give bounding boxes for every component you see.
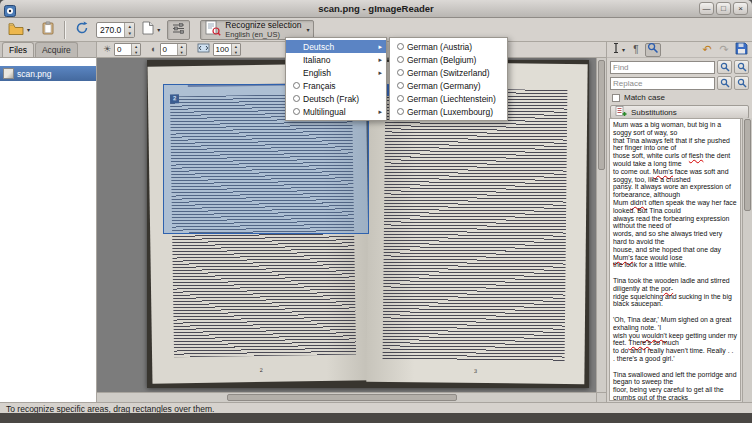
menu-item-deutsch-frak[interactable]: Deutsch (Frak) [286, 92, 386, 105]
close-button[interactable]: × [733, 2, 748, 15]
redo-button[interactable]: ↷ [716, 43, 732, 57]
menu-item-label: German (Belgium) [407, 55, 499, 65]
open-button[interactable]: ▾ [3, 20, 35, 40]
titlebar[interactable]: scan.png - gImageReader — □ × [0, 0, 752, 18]
menu-item-german-austria[interactable]: German (Austria) [390, 40, 507, 53]
spin-up-icon[interactable]: ▴ [125, 23, 134, 30]
dropdown-arrow-icon: ▾ [622, 46, 625, 53]
window-bottom-strip [0, 413, 752, 423]
page-number: 3 [366, 367, 584, 375]
match-case-checkbox[interactable] [612, 94, 620, 102]
save-output-button[interactable] [733, 43, 750, 57]
menu-item-german-switzerland[interactable]: German (Switzerland) [390, 66, 507, 79]
menu-item-german-belgium[interactable]: German (Belgium) [390, 53, 507, 66]
rotation-spinbox[interactable]: 270.0 ▴ ▾ [96, 22, 135, 38]
replace-input[interactable] [610, 77, 715, 90]
menu-item-gutter [290, 82, 303, 89]
window-controls: — □ × [699, 2, 748, 15]
file-list[interactable]: scan.png [0, 58, 96, 402]
language-submenu[interactable]: German (Austria)German (Belgium)German (… [389, 37, 508, 121]
language-menu[interactable]: Deutsch▸Italiano▸English▸FrançaisDeutsch… [285, 37, 387, 121]
menu-item-german-liechtenstein[interactable]: German (Liechtenstein) [390, 92, 507, 105]
match-case-row: Match case [610, 92, 749, 103]
replace-button[interactable] [717, 76, 732, 90]
contrast-steppers[interactable]: ▴▾ [177, 44, 186, 55]
ocr-text[interactable]: Mum was a big woman, but big in a soggy … [609, 118, 741, 401]
menu-item-italiano[interactable]: Italiano▸ [286, 53, 386, 66]
scrollbar-thumb[interactable] [598, 60, 605, 170]
search-icon [720, 60, 730, 75]
canvas-vscrollbar[interactable] [596, 58, 606, 392]
rotate-icon [75, 21, 89, 38]
menu-item-english[interactable]: English▸ [286, 66, 386, 79]
menu-item-label: German (Liechtenstein) [407, 94, 499, 104]
find-replace-panel: Match case Substitutions [607, 58, 752, 121]
menu-item-fran-ais[interactable]: Français [286, 79, 386, 92]
ocr-output-area: Mum was a big woman, but big in a soggy … [607, 118, 752, 402]
insert-mode-button[interactable]: ▾ [609, 43, 627, 57]
menu-item-german-luxembourg[interactable]: German (Luxembourg) [390, 105, 507, 118]
undo-button[interactable]: ↶ [699, 43, 715, 57]
radio-icon [397, 82, 404, 89]
contrast-icon: ◐ [151, 45, 156, 54]
paste-button[interactable] [37, 20, 59, 40]
find-prev-button[interactable] [717, 60, 732, 74]
brightness-value: 0 [115, 44, 131, 55]
brightness-spinbox[interactable]: 0 ▴▾ [114, 43, 141, 56]
misspelled-word: wouldn't [642, 332, 667, 339]
menu-item-deutsch[interactable]: Deutsch▸ [286, 40, 386, 53]
recognize-language: English (en_US) [225, 31, 280, 39]
menu-item-gutter [394, 43, 407, 50]
menu-item-label: German (Luxembourg) [407, 107, 499, 117]
find-replace-toggle[interactable] [645, 43, 661, 57]
canvas-hscrollbar[interactable] [97, 392, 596, 402]
menu-item-gutter [290, 108, 303, 115]
ocr-icon [205, 20, 221, 39]
substitutions-icon [615, 105, 627, 119]
scrollbar-thumb[interactable] [227, 394, 457, 401]
tab-files[interactable]: Files [2, 42, 34, 57]
find-row [610, 60, 749, 74]
rotate-button[interactable] [70, 20, 94, 40]
radio-icon [397, 56, 404, 63]
brightness-steppers[interactable]: ▴▾ [131, 44, 140, 55]
menu-item-multilingual[interactable]: Multilingual▸ [286, 105, 386, 118]
replace-all-button[interactable] [734, 76, 749, 90]
rotation-steppers[interactable]: ▴ ▾ [124, 23, 134, 37]
spin-down-icon[interactable]: ▾ [132, 50, 140, 56]
tab-acquire[interactable]: Acquire [35, 42, 78, 57]
scrollbar-thumb[interactable] [744, 119, 751, 211]
misspelled-word: There's [628, 339, 651, 346]
image-controls-toggle[interactable] [167, 20, 190, 40]
resolution-spinbox[interactable]: 100 ▴▾ [213, 43, 241, 56]
radio-icon [397, 69, 404, 76]
substitutions-button[interactable]: Substitutions [610, 105, 749, 119]
window-title: scan.png - gImageReader [0, 3, 752, 14]
strip-linebreaks-button[interactable]: ¶ [628, 43, 644, 57]
find-input[interactable] [610, 61, 715, 74]
spin-down-icon[interactable]: ▾ [232, 50, 240, 56]
resolution-steppers[interactable]: ▴▾ [231, 44, 240, 55]
spin-down-icon[interactable]: ▾ [125, 30, 134, 37]
menu-item-gutter [394, 82, 407, 89]
radio-icon [397, 43, 404, 50]
find-next-button[interactable] [734, 60, 749, 74]
output-vscrollbar[interactable] [742, 118, 752, 402]
dropdown-arrow-icon: ▾ [306, 26, 309, 33]
statusbar: To recognize specific areas, drag rectan… [0, 402, 752, 413]
dropdown-arrow-icon: ▾ [157, 26, 160, 33]
paragraph-icon: ¶ [633, 45, 638, 55]
minimize-button[interactable]: — [699, 2, 714, 15]
menu-item-german-germany[interactable]: German (Germany) [390, 79, 507, 92]
radio-icon [397, 108, 404, 115]
search-icon [720, 76, 730, 91]
page-button[interactable]: ▾ [137, 20, 165, 40]
output-toolbar: ▾ ¶ ↶ ↷ [607, 42, 752, 58]
maximize-button[interactable]: □ [716, 2, 731, 15]
files-panel: Files Acquire scan.png [0, 42, 97, 402]
file-row[interactable]: scan.png [0, 66, 96, 81]
contrast-spinbox[interactable]: 0 ▴▾ [160, 43, 187, 56]
menu-item-gutter [290, 95, 303, 102]
toolbar-separator [64, 21, 65, 39]
spin-down-icon[interactable]: ▾ [178, 50, 186, 56]
